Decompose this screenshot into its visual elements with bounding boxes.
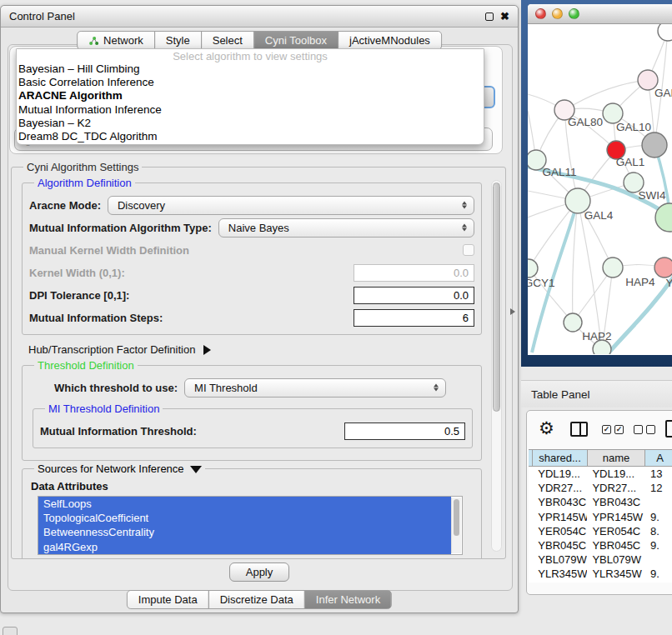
dropdown-item-bayesian-hill-climbing[interactable]: Bayesian – Hill Climbing: [17, 62, 484, 76]
tab-label: Infer Network: [316, 593, 380, 606]
table-row[interactable]: YPR145WYPR145W9.: [529, 510, 672, 524]
panel-divider-arrow[interactable]: [510, 308, 515, 315]
tab-impute-data[interactable]: Impute Data: [127, 590, 209, 609]
mi-type-combo[interactable]: Naive Bayes: [218, 218, 474, 238]
settings-group-title: Cyni Algorithm Settings: [23, 161, 142, 173]
table-row[interactable]: YER054CYER054C8.: [529, 524, 672, 538]
table-row[interactable]: YDL19...YDL19...13: [529, 467, 672, 481]
dpi-tolerance-input[interactable]: [354, 287, 474, 304]
mi-threshold-group-title: MI Threshold Definition: [45, 402, 163, 415]
table-cell: YBL079W: [587, 552, 645, 567]
table-cell: 9.: [645, 538, 672, 552]
table-row[interactable]: YDR27...YDR27...12: [529, 481, 672, 495]
dropdown-item-bayesian-k2[interactable]: Bayesian – K2: [17, 117, 484, 130]
network-canvas[interactable]: GALGAL80GAL10GAL1GAL11SWI4GAL4GCY1HAP4YH…: [528, 24, 672, 354]
table-header-row: shared...nameA: [529, 449, 672, 467]
settings-scrollbar[interactable]: [491, 180, 502, 552]
select-all-columns-icon[interactable]: ✓✓: [602, 425, 624, 434]
document-icon[interactable]: [665, 420, 672, 438]
column-header-a[interactable]: A: [645, 450, 672, 466]
node-gal11-label: GAL11: [542, 166, 576, 178]
algorithm-dropdown-popup: Select algorithm to view settings Bayesi…: [16, 48, 484, 145]
table-cell: YER054C: [533, 524, 587, 538]
network-window: GALGAL80GAL10GAL1GAL11SWI4GAL4GCY1HAP4YH…: [521, 0, 672, 367]
dropdown-item-dream8-dc-tdc-algorithm[interactable]: Dream8 DC_TDC Algorithm: [17, 130, 484, 143]
kernel-width-label: Kernel Width (0,1):: [29, 267, 125, 279]
node-gal80-label: GAL80: [568, 116, 603, 128]
dropdown-item-mutual-information-inference[interactable]: Mutual Information Inference: [17, 103, 484, 117]
table-row[interactable]: YLR345WYLR345W9.: [529, 567, 672, 581]
mi-steps-input[interactable]: [354, 309, 474, 327]
table-cell: YBR045C: [587, 538, 645, 552]
cyni-algorithm-settings-group: Cyni Algorithm Settings Algorithm Defini…: [11, 161, 506, 559]
tab-label: Style: [166, 34, 190, 47]
table-cell: YDL19...: [533, 467, 587, 481]
table-cell: 9.: [645, 510, 672, 524]
table-row[interactable]: YIL052CYIL052C9.: [529, 582, 672, 583]
column-header-shared[interactable]: shared...: [533, 450, 587, 466]
table-row[interactable]: YBL079WYBL079W: [529, 552, 672, 567]
tab-style[interactable]: Style: [154, 31, 202, 50]
minimize-traffic-light-icon[interactable]: [552, 8, 563, 19]
list-scrollbar[interactable]: [451, 498, 461, 553]
tab-discretize-data[interactable]: Discretize Data: [208, 590, 305, 609]
close-traffic-light-icon[interactable]: [535, 8, 546, 19]
data-attributes-list[interactable]: SelfLoopsTopologicalCoefficientBetweenne…: [38, 496, 463, 555]
tab-cyni-toolbox[interactable]: Cyni Toolbox: [253, 31, 339, 50]
node-y-salmon[interactable]: [654, 258, 672, 278]
node-gcy1[interactable]: [528, 259, 538, 278]
tab-network[interactable]: Network: [77, 31, 155, 50]
tab-label: Discretize Data: [220, 593, 293, 606]
attribute-item-gal4rgexp[interactable]: gal4RGexp: [38, 540, 451, 554]
network-icon: [88, 36, 99, 46]
hub-definition-toggle[interactable]: Hub/Transcription Factor Definition: [28, 343, 485, 356]
aracne-mode-combo[interactable]: Discovery: [108, 196, 474, 215]
tab-jactivemnodules[interactable]: jActiveMNodules: [338, 31, 442, 50]
attribute-item-selfloops[interactable]: SelfLoops: [38, 497, 451, 511]
table-cell: 9.: [645, 582, 672, 583]
dropdown-item-basic-correlation-inference[interactable]: Basic Correlation Inference: [17, 76, 484, 89]
node-gal10-label: GAL10: [616, 121, 651, 133]
node-top-right[interactable]: [658, 24, 672, 41]
tab-select[interactable]: Select: [201, 31, 254, 50]
sources-group-label[interactable]: Sources for Network Inference: [38, 462, 184, 475]
which-threshold-combo[interactable]: MI Threshold: [184, 378, 446, 398]
manual-kernel-label: Manual Kernel Width Definition: [29, 244, 189, 257]
kernel-width-input[interactable]: [354, 264, 474, 282]
dropdown-item-aracne-algorithm[interactable]: ARACNE Algorithm: [17, 89, 484, 102]
tab-label: jActiveMNodules: [349, 34, 430, 47]
split-columns-icon[interactable]: [570, 422, 588, 437]
close-icon[interactable]: ✖: [500, 12, 509, 21]
tab-infer-network[interactable]: Infer Network: [304, 590, 392, 609]
node-hap2[interactable]: [564, 313, 582, 332]
zoom-traffic-light-icon[interactable]: [569, 8, 579, 19]
apply-button[interactable]: Apply: [229, 562, 290, 582]
hub-definition-label: Hub/Transcription Factor Definition: [28, 343, 195, 356]
sources-group-title: Sources for Network Inference: [34, 462, 205, 475]
node-gcy1-label: GCY1: [528, 277, 554, 289]
node-hap2-label: HAP2: [582, 330, 611, 342]
table-row[interactable]: YBR045CYBR045C9.: [529, 538, 672, 552]
table-cell: YBR045C: [533, 538, 587, 552]
mi-threshold-input[interactable]: [344, 422, 465, 440]
threshold-definition-group: Threshold Definition Which threshold to …: [22, 359, 482, 461]
data-attributes-label: Data Attributes: [31, 480, 474, 492]
network-window-titlebar[interactable]: [528, 4, 672, 24]
attribute-item-betweennesscentrality[interactable]: BetweennessCentrality: [38, 525, 451, 539]
sources-group: Sources for Network Inference Data Attri…: [22, 462, 482, 559]
deselect-all-columns-icon[interactable]: [634, 425, 655, 434]
tab-label: Cyni Toolbox: [265, 34, 327, 47]
table-cell: YBR043C: [587, 495, 645, 509]
aracne-mode-label: Aracne Mode:: [29, 199, 101, 212]
node-hap4[interactable]: [603, 258, 623, 278]
table-cell: YDL19...: [587, 467, 645, 481]
column-header-name[interactable]: name: [588, 450, 646, 466]
bottom-left-mini-button[interactable]: [3, 627, 18, 635]
attribute-item-topologicalcoefficient[interactable]: TopologicalCoefficient: [38, 511, 451, 525]
gear-icon[interactable]: ⚙: [539, 418, 554, 438]
table-row[interactable]: YBR043CYBR043C: [529, 495, 672, 509]
node-swi4-label: SWI4: [638, 189, 665, 202]
float-window-icon[interactable]: [485, 12, 494, 21]
node-gray[interactable]: [642, 132, 667, 158]
manual-kernel-checkbox[interactable]: [463, 244, 474, 256]
